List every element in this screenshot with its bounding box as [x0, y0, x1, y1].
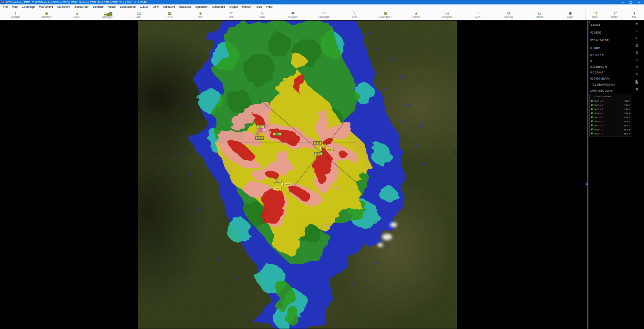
menu-coverage[interactable]: Coverage: [20, 4, 37, 9]
chart-blocks-icon[interactable]: ▙: [636, 80, 638, 84]
menu-ofm[interactable]: OFM: [150, 4, 161, 9]
home-icon[interactable]: ⌂: [636, 29, 638, 33]
station-checkbox[interactable]: [591, 124, 593, 126]
minimize-button[interactable]: –: [622, 0, 623, 4]
station-map-label[interactable]: 0003: [255, 136, 264, 140]
menu-spectrum[interactable]: Spectrum: [193, 4, 210, 9]
columns-icon[interactable]: ▥: [636, 44, 639, 47]
tool-label: Settings▼: [102, 15, 113, 19]
tool-list[interactable]: ▤List▼: [123, 9, 154, 20]
panel-splitter[interactable]: [588, 21, 588, 329]
menu-object[interactable]: Object: [227, 4, 240, 9]
station-checkbox[interactable]: [591, 120, 593, 122]
tool-path[interactable]: ∿Path: [246, 9, 277, 20]
menu-lines-icon[interactable]: ≡: [636, 36, 638, 40]
station-row[interactable]: 0009 - T:BST 9: [591, 132, 631, 135]
menu-microwave[interactable]: Microwave: [37, 4, 55, 9]
station-row[interactable]: 0002 - T:BST 2: [591, 103, 631, 107]
tool-profile[interactable]: ▲Profile: [400, 9, 431, 20]
tool-analysis[interactable]: ◳Analysis: [431, 9, 462, 20]
target-icon[interactable]: ◎: [636, 58, 638, 62]
tool-label: Reset: [536, 15, 543, 19]
tool-layer[interactable]: ≣Layer: [555, 9, 586, 20]
tool-settings[interactable]: ▂▄▆Settings▼: [92, 9, 123, 20]
station-map-label[interactable]: 0002: [273, 132, 281, 136]
station-id: 0004 - T:: [594, 112, 603, 115]
readout-value: 4.40294: [590, 23, 600, 26]
menu-map[interactable]: Map: [10, 4, 20, 9]
splitter-top-arrow-icon[interactable]: ▲: [588, 21, 591, 23]
station-row[interactable]: 0004 - T:BST 4: [591, 111, 631, 115]
menu-help[interactable]: Help: [264, 4, 274, 9]
tool-rectangle[interactable]: ▭Rectangle: [308, 9, 339, 20]
station-checkbox[interactable]: [591, 104, 593, 106]
tool-flow[interactable]: ⇉flow▼: [586, 9, 605, 20]
table-icon[interactable]: ▦: [636, 87, 639, 91]
tool-short[interactable]: ⇄short▼: [605, 9, 625, 20]
tool-mw[interactable]: ◈MW: [185, 9, 216, 20]
close-button[interactable]: ×: [638, 0, 640, 4]
tool-recorder[interactable]: ▣Recorder: [31, 9, 61, 20]
maximize-button[interactable]: ▢: [629, 0, 633, 4]
tool-reset[interactable]: ⊡Reset: [524, 9, 554, 20]
tool-12k[interactable]: ∷1:2K: [462, 9, 493, 20]
station-map-label[interactable]: 0007: [273, 180, 281, 183]
tool-find[interactable]: ✛find: [625, 9, 644, 20]
station-map-label[interactable]: 0008: [283, 183, 292, 186]
edit-pencil-icon[interactable]: ✎: [636, 73, 638, 76]
station-row[interactable]: 0008 - T:BST 8: [591, 128, 631, 131]
menu-tools[interactable]: Tools: [253, 4, 265, 9]
menu-file[interactable]: File: [1, 4, 10, 9]
station-name: BST 5: [623, 116, 630, 119]
grid-plus-icon[interactable]: ⊞: [636, 65, 638, 69]
readout-value: -70.5 dBm 0.002 V/m: [590, 83, 615, 86]
menu-satellite[interactable]: Satellite: [91, 4, 106, 9]
menu-report[interactable]: Report: [240, 4, 253, 9]
tool-label: Profile: [412, 15, 419, 19]
station-map-label[interactable]: 0004: [313, 141, 322, 145]
map-canvas[interactable]: 000100020003000400050006000700080009: [138, 21, 457, 329]
sort-arrows-icon[interactable]: ⇅: [636, 51, 638, 54]
tool-overlay[interactable]: ⧉Overlay: [493, 9, 524, 20]
tool-selector[interactable]: ✛Selector: [0, 9, 31, 20]
station-checkbox[interactable]: [591, 112, 593, 114]
station-map-label[interactable]: 0001: [256, 125, 265, 128]
station-row[interactable]: 0005 - T:BST 5: [591, 115, 631, 119]
station-checkbox[interactable]: [591, 132, 593, 134]
analysis-icon: ◳: [445, 11, 448, 15]
station-row[interactable]: 0001 - T:BST 1: [591, 99, 631, 103]
tool-agl[interactable]: ▲AGL▼: [62, 9, 92, 20]
readout-value: 0.0-0.0 0.0 °: [590, 71, 604, 74]
tool-label: find: [632, 15, 636, 19]
tool-txrx[interactable]: ▦Tx/Rx: [154, 9, 185, 20]
station-checkbox[interactable]: [591, 108, 593, 110]
menu-cew[interactable]: C.E.W: [138, 4, 151, 9]
menu-radar[interactable]: Radar: [106, 4, 118, 9]
station-checkbox[interactable]: [591, 100, 593, 102]
station-checkbox[interactable]: [591, 128, 593, 130]
tool-label: List▼: [135, 15, 142, 19]
station-id: 0005 - T:: [594, 116, 603, 119]
menu-measure[interactable]: Measure: [161, 4, 177, 9]
menu-localization[interactable]: Localization: [118, 4, 138, 9]
station-row[interactable]: 0006 - T:BST 6: [591, 119, 631, 123]
station-map-label[interactable]: 0005: [325, 148, 334, 151]
tool-coverage[interactable]: ▩Coverage▼: [370, 9, 400, 20]
tool-label: Coverage▼: [379, 15, 392, 19]
menu-statistics[interactable]: Statistics: [177, 4, 193, 9]
tool-link[interactable]: ⊂Link: [216, 9, 246, 20]
splitter-handle-icon[interactable]: ◆: [586, 182, 588, 186]
station-map-label[interactable]: 0006: [314, 152, 323, 155]
menu-database[interactable]: Database: [210, 4, 227, 9]
station-map-label[interactable]: 0009: [273, 187, 281, 190]
menu-subscriber[interactable]: Subscriber: [72, 4, 91, 9]
diamond-tool-icon[interactable]: ◈: [636, 22, 638, 25]
tool-line[interactable]: ╲Line: [339, 9, 370, 20]
station-row[interactable]: 0003 - T:BST 3: [591, 107, 631, 111]
station-id: 0003 - T:: [594, 108, 603, 111]
station-id: 0001 - T:: [594, 100, 603, 103]
tool-polygon[interactable]: ✱Polygon: [277, 9, 308, 20]
menu-multipoint[interactable]: Multipoint: [55, 4, 72, 9]
station-checkbox[interactable]: [591, 116, 593, 118]
station-row[interactable]: 0007 - T:BST 7: [591, 124, 631, 127]
